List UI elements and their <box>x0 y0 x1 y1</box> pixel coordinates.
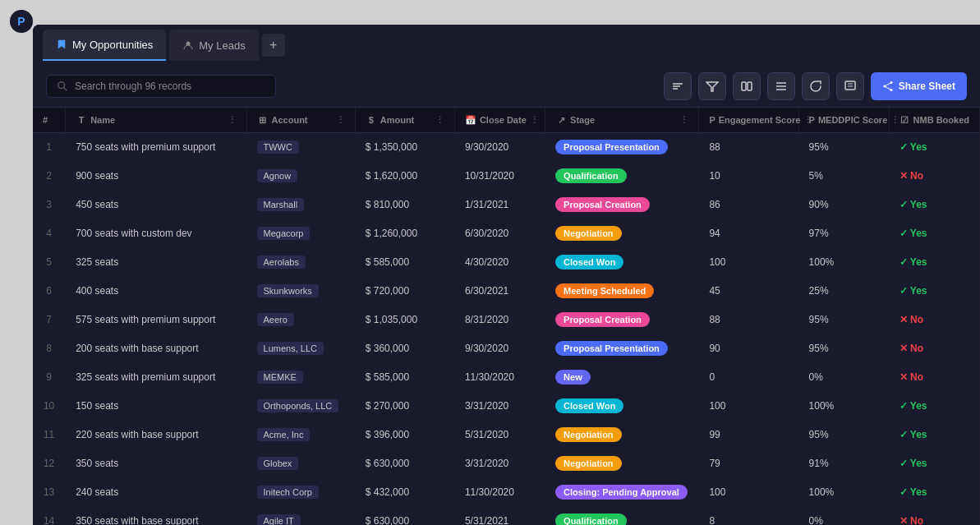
cell-row-num: 14 <box>33 507 66 526</box>
cell-engagement-score: 88 <box>699 133 798 162</box>
cell-amount: $ 720,000 <box>355 277 454 306</box>
cell-meddpic-score: 0% <box>798 507 889 526</box>
cell-meddpic-score: 95% <box>798 421 889 449</box>
col-menu-account[interactable]: ⋮ <box>336 115 345 126</box>
cell-close-date: 5/31/2020 <box>454 421 545 449</box>
cell-amount: $ 630,000 <box>355 449 454 478</box>
share-icon <box>882 81 894 92</box>
col-menu-amount[interactable]: ⋮ <box>435 115 444 126</box>
table-row[interactable]: 3 450 seats Marshall $ 810,000 1/31/2021… <box>33 191 980 219</box>
filter-button[interactable] <box>698 72 726 100</box>
sort-icon <box>671 80 684 93</box>
table-row[interactable]: 12 350 seats Globex $ 630,000 3/31/2020 … <box>33 449 980 478</box>
add-tab-button[interactable]: + <box>262 34 285 57</box>
cell-close-date: 11/30/2020 <box>454 478 545 507</box>
cell-engagement-score: 0 <box>699 363 798 392</box>
table-row[interactable]: 9 325 seats with premium support MEMKE $… <box>33 363 980 392</box>
cell-account: Globex <box>246 449 355 478</box>
table-row[interactable]: 5 325 seats Aerolabs $ 585,000 4/30/2020… <box>33 248 980 277</box>
table-row[interactable]: 14 350 seats with base support Agile IT … <box>33 507 980 526</box>
download-button[interactable] <box>836 72 864 100</box>
cell-row-num: 6 <box>33 277 66 306</box>
table-row[interactable]: 7 575 seats with premium support Aeero $… <box>33 306 980 334</box>
list-button[interactable] <box>767 72 795 100</box>
cell-stage: Negotiation <box>545 219 699 248</box>
cell-name: 240 seats <box>66 478 246 507</box>
table-row[interactable]: 10 150 seats Orthoponds, LLC $ 270,000 3… <box>33 392 980 421</box>
cell-nmb-booked: ✓ Yes <box>889 191 979 219</box>
cell-nmb-booked: ✓ Yes <box>889 219 979 248</box>
cell-engagement-score: 8 <box>699 507 798 526</box>
cell-name: 325 seats <box>66 248 246 277</box>
app-background: P My Opportunities <box>0 0 980 525</box>
cell-nmb-booked: ✕ No <box>889 306 979 334</box>
cell-close-date: 11/30/2020 <box>454 363 545 392</box>
cell-account: Orthoponds, LLC <box>246 392 355 421</box>
download-icon <box>844 80 857 93</box>
cell-name: 200 seats with base support <box>66 334 246 363</box>
col-header-nmb-booked: ☑ NMB Booked <box>889 108 979 133</box>
search-icon <box>57 81 68 92</box>
cell-nmb-booked: ✕ No <box>889 162 979 191</box>
col-menu-stage[interactable]: ⋮ <box>679 115 688 126</box>
cell-row-num: 1 <box>33 133 66 162</box>
table-row[interactable]: 11 220 seats with base support Acme, Inc… <box>33 421 980 449</box>
cell-row-num: 11 <box>33 421 66 449</box>
cell-account: Megacorp <box>246 219 355 248</box>
cell-name: 450 seats <box>66 191 246 219</box>
cell-nmb-booked: ✓ Yes <box>889 248 979 277</box>
cell-name: 350 seats with base support <box>66 507 246 526</box>
cell-engagement-score: 86 <box>699 191 798 219</box>
cell-meddpic-score: 91% <box>798 449 889 478</box>
date-type-icon: 📅 <box>465 114 476 126</box>
cell-amount: $ 585,000 <box>355 248 454 277</box>
cell-row-num: 9 <box>33 363 66 392</box>
col-menu-engagement[interactable]: ⋮ <box>803 115 812 126</box>
table-row[interactable]: 2 900 seats Agnow $ 1,620,000 10/31/2020… <box>33 162 980 191</box>
cell-close-date: 1/31/2021 <box>454 191 545 219</box>
col-menu-close-date[interactable]: ⋮ <box>530 115 539 126</box>
sort-button[interactable] <box>664 72 692 100</box>
cell-nmb-booked: ✓ Yes <box>889 449 979 478</box>
cell-row-num: 8 <box>33 334 66 363</box>
search-box[interactable]: Search through 96 records <box>46 75 276 98</box>
cell-account: Agnow <box>246 162 355 191</box>
table-row[interactable]: 13 240 seats Initech Corp $ 432,000 11/3… <box>33 478 980 507</box>
cell-engagement-score: 94 <box>699 219 798 248</box>
refresh-button[interactable] <box>802 72 830 100</box>
cell-amount: $ 585,000 <box>355 363 454 392</box>
table-row[interactable]: 6 400 seats Skunkworks $ 720,000 6/30/20… <box>33 277 980 306</box>
cell-account: Aeero <box>246 306 355 334</box>
cell-stage: Proposal Presentation <box>545 334 699 363</box>
cell-amount: $ 1,260,000 <box>355 219 454 248</box>
svg-point-1 <box>58 82 65 89</box>
table-row[interactable]: 1 750 seats with premium support TWWC $ … <box>33 133 980 162</box>
col-menu-name[interactable]: ⋮ <box>228 115 237 126</box>
cell-name: 150 seats <box>66 392 246 421</box>
filter-icon <box>706 80 719 93</box>
svg-rect-7 <box>742 82 746 90</box>
cell-engagement-score: 100 <box>699 248 798 277</box>
table-header-row: # T Name ⋮ ⊞ Account <box>33 108 980 133</box>
cell-close-date: 4/30/2020 <box>454 248 545 277</box>
cell-engagement-score: 45 <box>699 277 798 306</box>
cell-meddpic-score: 95% <box>798 133 889 162</box>
tab-my-leads[interactable]: My Leads <box>169 30 258 61</box>
cell-nmb-booked: ✕ No <box>889 363 979 392</box>
columns-button[interactable] <box>733 72 761 100</box>
tabs-bar: My Opportunities My Leads + <box>33 25 980 66</box>
cell-meddpic-score: 100% <box>798 392 889 421</box>
cell-account: Lumens, LLC <box>246 334 355 363</box>
col-menu-meddpic[interactable]: ⋮ <box>890 115 899 126</box>
cell-amount: $ 270,000 <box>355 392 454 421</box>
share-sheet-button[interactable]: Share Sheet <box>871 72 967 100</box>
cell-engagement-score: 99 <box>699 421 798 449</box>
cell-meddpic-score: 95% <box>798 334 889 363</box>
table-row[interactable]: 4 700 seats with custom dev Megacorp $ 1… <box>33 219 980 248</box>
tab-my-opportunities[interactable]: My Opportunities <box>43 30 166 61</box>
cell-row-num: 4 <box>33 219 66 248</box>
main-panel: My Opportunities My Leads + <box>33 25 980 525</box>
cell-stage: Closed Won <box>545 392 699 421</box>
table-row[interactable]: 8 200 seats with base support Lumens, LL… <box>33 334 980 363</box>
cell-close-date: 9/30/2020 <box>454 133 545 162</box>
